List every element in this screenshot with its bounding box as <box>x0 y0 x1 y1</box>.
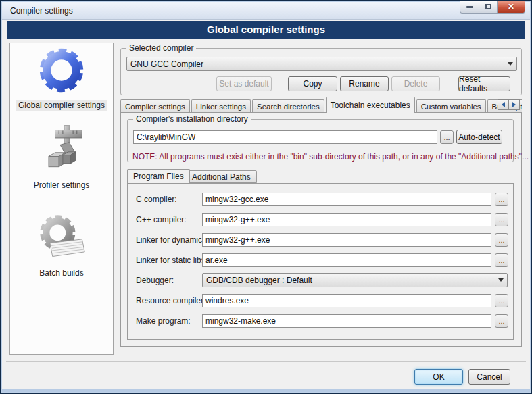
resource-compiler-label: Resource compiler: <box>136 296 205 305</box>
caliper-icon <box>36 124 87 176</box>
settings-sidebar: Global compiler settings <box>9 43 114 355</box>
compiler-select-value: GNU GCC Compiler <box>130 59 203 69</box>
tab-custom-variables[interactable]: Custom variables <box>416 99 486 113</box>
chevron-down-icon <box>508 62 513 66</box>
sidebar-item-global-compiler-settings[interactable]: Global compiler settings <box>10 45 113 111</box>
page-title: Global compiler settings <box>7 21 525 39</box>
maximize-icon <box>485 4 491 9</box>
browse-c-compiler-button[interactable]: ... <box>495 193 508 206</box>
ellipsis-icon: ... <box>498 216 504 223</box>
browse-directory-button[interactable]: ... <box>440 130 454 144</box>
ellipsis-icon: ... <box>498 196 504 203</box>
rename-label: Rename <box>349 79 379 89</box>
arrow-right-icon <box>512 102 516 107</box>
window-title: Compiler settings <box>10 6 73 16</box>
browse-cpp-compiler-button[interactable]: ... <box>495 213 508 226</box>
close-icon: ✕ <box>508 2 514 11</box>
tab-toolchain-executables[interactable]: Toolchain executables <box>326 97 415 113</box>
selected-compiler-legend: Selected compiler <box>126 43 196 53</box>
installation-directory-input[interactable] <box>133 130 437 144</box>
maximize-button[interactable] <box>479 1 498 14</box>
reset-defaults-label: Reset defaults <box>459 74 510 93</box>
debugger-select-value: GDB/CDB debugger : Default <box>206 276 312 285</box>
gear-papers-icon <box>36 212 87 264</box>
compiler-settings-dialog: Compiler settings ✕ Global compiler sett… <box>0 0 532 394</box>
copy-button[interactable]: Copy <box>288 76 337 91</box>
tab-additional-paths[interactable]: Additional Paths <box>186 170 257 183</box>
footer-separator <box>6 361 526 362</box>
ok-button[interactable]: OK <box>414 369 463 385</box>
sidebar-item-profiler-settings[interactable]: Profiler settings <box>10 124 113 191</box>
rename-button[interactable]: Rename <box>340 76 389 91</box>
close-button[interactable]: ✕ <box>497 1 525 14</box>
ellipsis-icon: ... <box>498 318 504 324</box>
program-files-panel: C compiler: ... C++ compiler: ... Linker… <box>127 183 514 340</box>
cpp-compiler-label: C++ compiler: <box>136 215 187 224</box>
delete-label: Delete <box>404 79 428 89</box>
ellipsis-icon: ... <box>498 297 504 304</box>
set-as-default-button[interactable]: Set as default <box>216 76 272 91</box>
window-controls: ✕ <box>460 1 525 14</box>
cancel-label: Cancel <box>477 372 502 382</box>
static-linker-label: Linker for static libs: <box>136 255 208 265</box>
tab-linker-settings[interactable]: Linker settings <box>191 99 251 113</box>
settings-tabstrip: Compiler settings Linker settings Search… <box>120 97 522 113</box>
browse-static-linker-button[interactable]: ... <box>495 253 508 267</box>
gear-icon <box>36 45 87 96</box>
set-as-default-label: Set as default <box>219 79 268 89</box>
debugger-select[interactable]: GDB/CDB debugger : Default <box>202 273 508 287</box>
sidebar-item-label: Global compiler settings <box>16 100 107 111</box>
tab-search-directories[interactable]: Search directories <box>252 99 324 113</box>
tab-scroll-controls <box>498 99 520 110</box>
installation-directory-legend: Compiler's installation directory <box>133 114 251 124</box>
header-banner: Global compiler settings <box>7 21 525 39</box>
copy-label: Copy <box>303 79 322 89</box>
minimize-button[interactable] <box>460 1 479 14</box>
c-compiler-label: C compiler: <box>136 195 177 204</box>
dynamic-linker-input[interactable] <box>202 233 491 247</box>
auto-detect-button[interactable]: Auto-detect <box>456 130 502 144</box>
cpp-compiler-input[interactable] <box>202 213 491 226</box>
ellipsis-icon: ... <box>498 257 504 264</box>
arrow-left-icon <box>502 102 505 107</box>
tab-compiler-settings[interactable]: Compiler settings <box>120 99 190 113</box>
tab-scroll-right-button[interactable] <box>508 99 520 110</box>
sidebar-item-label: Batch builds <box>37 268 86 278</box>
tab-scroll-left-button[interactable] <box>498 99 509 110</box>
ok-label: OK <box>433 372 444 382</box>
make-program-input[interactable] <box>202 314 491 328</box>
browse-resource-compiler-button[interactable]: ... <box>495 294 508 307</box>
browse-make-program-button[interactable]: ... <box>495 314 508 328</box>
compiler-select[interactable]: GNU GCC Compiler <box>126 57 517 71</box>
sidebar-item-batch-builds[interactable]: Batch builds <box>10 212 113 278</box>
chevron-down-icon <box>498 278 504 282</box>
resource-compiler-input[interactable] <box>202 294 491 307</box>
tab-program-files[interactable]: Program Files <box>127 169 190 183</box>
debugger-label: Debugger: <box>136 276 174 285</box>
toolchain-executables-panel: Compiler's installation directory ... Au… <box>120 112 522 347</box>
selected-compiler-group: Selected compiler GNU GCC Compiler Set a… <box>120 48 522 95</box>
reset-defaults-button[interactable]: Reset defaults <box>458 76 510 91</box>
static-linker-input[interactable] <box>202 253 491 267</box>
c-compiler-input[interactable] <box>202 193 491 206</box>
cancel-button[interactable]: Cancel <box>468 369 510 385</box>
make-program-label: Make program: <box>136 316 191 326</box>
ellipsis-icon: ... <box>498 237 504 243</box>
bin-subdirectory-note: NOTE: All programs must exist either in … <box>132 152 529 162</box>
ellipsis-icon: ... <box>443 134 450 141</box>
sidebar-item-label: Profiler settings <box>31 180 93 191</box>
minimize-icon <box>466 6 473 8</box>
auto-detect-label: Auto-detect <box>458 132 500 142</box>
delete-button[interactable]: Delete <box>391 76 440 91</box>
title-bar[interactable]: Compiler settings <box>2 2 530 20</box>
browse-dynamic-linker-button[interactable]: ... <box>495 233 508 247</box>
